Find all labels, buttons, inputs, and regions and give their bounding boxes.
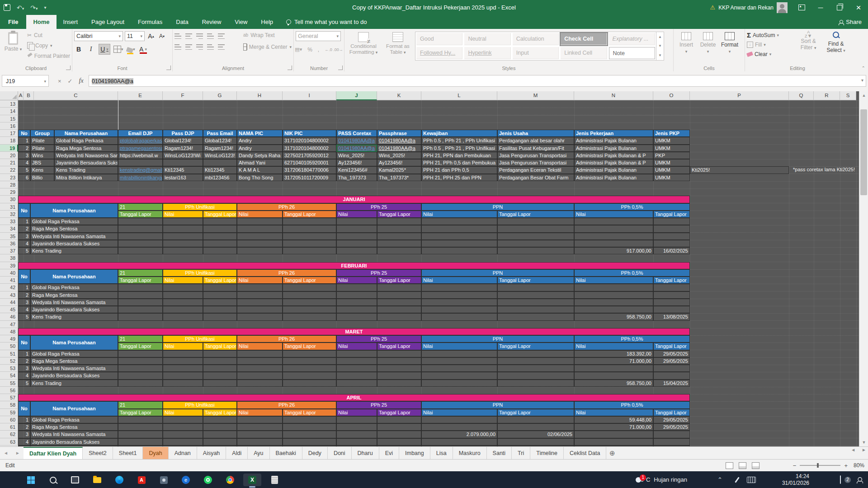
tell-me-box[interactable]: Tell me what you want to do bbox=[286, 15, 367, 29]
merge-center-button[interactable]: Merge & Center ▾ bbox=[243, 42, 292, 52]
client-cell[interactable] bbox=[118, 159, 163, 166]
row-header-17[interactable]: 17 bbox=[0, 130, 18, 137]
month-value-cell[interactable] bbox=[118, 240, 163, 247]
month-value-cell[interactable] bbox=[336, 365, 377, 372]
month-value-cell[interactable] bbox=[421, 357, 497, 365]
month-value-cell[interactable] bbox=[203, 423, 237, 431]
ribbon-tab-file[interactable]: File bbox=[0, 15, 26, 29]
column-header-I[interactable]: I bbox=[283, 91, 336, 100]
font-name-select[interactable]: Calibri▾ bbox=[74, 31, 123, 41]
month-value-cell[interactable] bbox=[421, 218, 497, 225]
month-value-cell[interactable] bbox=[574, 240, 653, 247]
month-value-cell[interactable] bbox=[653, 372, 690, 379]
clear-button[interactable]: Clear ▾ bbox=[747, 49, 796, 59]
share-button[interactable]: Share bbox=[839, 15, 862, 29]
month-value-cell[interactable] bbox=[283, 313, 336, 320]
month-row-no[interactable]: 3 bbox=[18, 299, 30, 306]
undo-icon[interactable]: ↶▾ bbox=[17, 4, 24, 11]
month-row-no[interactable]: 2 bbox=[18, 291, 30, 299]
month-value-cell[interactable] bbox=[237, 350, 283, 357]
month-value-cell[interactable] bbox=[163, 372, 203, 379]
month-value-cell[interactable] bbox=[163, 299, 203, 306]
month-value-cell[interactable] bbox=[653, 291, 690, 299]
month-value-cell[interactable] bbox=[574, 233, 653, 240]
sheet-tab-dharu[interactable]: Dharu bbox=[352, 447, 379, 459]
cell-style-calculation[interactable]: Calculation bbox=[513, 33, 559, 45]
month-value-cell[interactable] bbox=[653, 240, 690, 247]
row-header-42[interactable]: 42 bbox=[0, 284, 18, 291]
column-header-A[interactable]: A bbox=[18, 91, 24, 100]
client-cell[interactable]: Keni123456# bbox=[336, 166, 377, 174]
zoom-slider[interactable] bbox=[800, 465, 840, 466]
cell-style-followed-hy-[interactable]: Followed Hy... bbox=[416, 47, 462, 59]
column-header-K[interactable]: K bbox=[377, 91, 421, 100]
month-row-company[interactable]: Raga Mega Sentosa bbox=[30, 291, 118, 299]
confirm-entry-icon[interactable]: ✓ bbox=[68, 78, 73, 84]
month-row-no[interactable]: 5 bbox=[18, 313, 30, 320]
wrap-text-button[interactable]: abWrap Text bbox=[243, 30, 292, 40]
client-cell[interactable]: Ay123456! bbox=[336, 159, 377, 166]
month-value-cell[interactable] bbox=[163, 225, 203, 232]
month-value-cell[interactable] bbox=[203, 233, 237, 240]
client-cell[interactable]: ptglobalragaperkasa@gmail bbox=[118, 137, 163, 144]
month-value-cell[interactable] bbox=[377, 306, 421, 313]
notepad-icon[interactable] bbox=[265, 474, 283, 486]
sheet-tab-lisa[interactable]: Lisa bbox=[430, 447, 453, 459]
client-cell[interactable]: PPh 0.5 , PPh 21 , PPh Unifikasi bbox=[421, 137, 497, 144]
month-value-cell[interactable] bbox=[497, 357, 574, 365]
month-value-cell[interactable] bbox=[163, 306, 203, 313]
month-value-cell[interactable] bbox=[283, 233, 336, 240]
month-row-no[interactable]: 1 bbox=[18, 416, 30, 423]
row-header-34[interactable]: 34 bbox=[0, 225, 18, 232]
month-value-cell[interactable]: 958.750,00 bbox=[574, 380, 653, 387]
month-value-cell[interactable] bbox=[283, 240, 336, 247]
month-value-cell[interactable] bbox=[283, 357, 336, 365]
month-value-cell[interactable] bbox=[497, 313, 574, 320]
client-cell[interactable]: Raga Mega Sentosa bbox=[54, 145, 118, 152]
client-cell[interactable]: PPH 21, PPN dan Pembukuan bbox=[421, 152, 497, 159]
collapse-ribbon-icon[interactable]: ⌃ bbox=[862, 66, 865, 70]
month-value-cell[interactable] bbox=[497, 365, 574, 372]
client-cell[interactable]: K A M A L bbox=[237, 166, 283, 174]
client-cell[interactable]: Administrasi Pajak Bulanan & P bbox=[574, 159, 653, 166]
client-cell[interactable]: PPH 21, PPH 25 dan PPN bbox=[421, 174, 497, 181]
month-value-cell[interactable] bbox=[574, 365, 653, 372]
month-value-cell[interactable] bbox=[336, 284, 377, 291]
cancel-entry-icon[interactable]: × bbox=[58, 78, 61, 84]
month-value-cell[interactable] bbox=[497, 423, 574, 431]
row-header-45[interactable]: 45 bbox=[0, 306, 18, 313]
name-box[interactable]: J19▾ bbox=[2, 75, 49, 87]
month-value-cell[interactable] bbox=[497, 380, 574, 387]
client-cell[interactable]: 5 bbox=[18, 166, 30, 174]
formula-bar-expand-icon[interactable]: ▾ bbox=[861, 78, 863, 83]
shrink-font-button[interactable]: A▾ bbox=[157, 31, 166, 41]
month-value-cell[interactable] bbox=[377, 416, 421, 423]
month-value-cell[interactable] bbox=[237, 240, 283, 247]
client-cell[interactable]: 3 bbox=[18, 152, 30, 159]
row-header-50[interactable]: 50 bbox=[0, 343, 18, 350]
month-value-cell[interactable] bbox=[421, 380, 497, 387]
month-value-cell[interactable] bbox=[653, 284, 690, 291]
month-value-cell[interactable] bbox=[203, 218, 237, 225]
client-cell[interactable]: Kti12345 bbox=[203, 166, 237, 174]
month-row-no[interactable]: 5 bbox=[18, 380, 30, 387]
percent-style-icon[interactable]: % bbox=[307, 47, 312, 53]
month-value-cell[interactable] bbox=[283, 247, 336, 254]
month-value-cell[interactable] bbox=[377, 299, 421, 306]
hscroll-left-icon[interactable]: ◄ bbox=[851, 447, 855, 452]
month-value-cell[interactable] bbox=[203, 365, 237, 372]
month-value-cell[interactable] bbox=[237, 218, 283, 225]
client-cell[interactable]: Wins bbox=[30, 152, 54, 159]
row-header-22[interactable]: 22 bbox=[0, 166, 18, 174]
align-horizontal-icon[interactable] bbox=[207, 44, 214, 50]
month-value-cell[interactable] bbox=[574, 291, 653, 299]
month-value-cell[interactable] bbox=[336, 299, 377, 306]
month-value-cell[interactable] bbox=[237, 416, 283, 423]
sheet-tab-ayu[interactable]: Ayu bbox=[248, 447, 269, 459]
client-cell[interactable]: Global1234! bbox=[203, 137, 237, 144]
month-value-cell[interactable] bbox=[574, 218, 653, 225]
month-row-company[interactable]: Global Raga Perkasa bbox=[30, 218, 118, 225]
month-row-no[interactable]: 1 bbox=[18, 284, 30, 291]
client-cell[interactable]: Kamal2025* bbox=[377, 166, 421, 174]
month-row-company[interactable]: Kens Trading bbox=[30, 247, 118, 254]
